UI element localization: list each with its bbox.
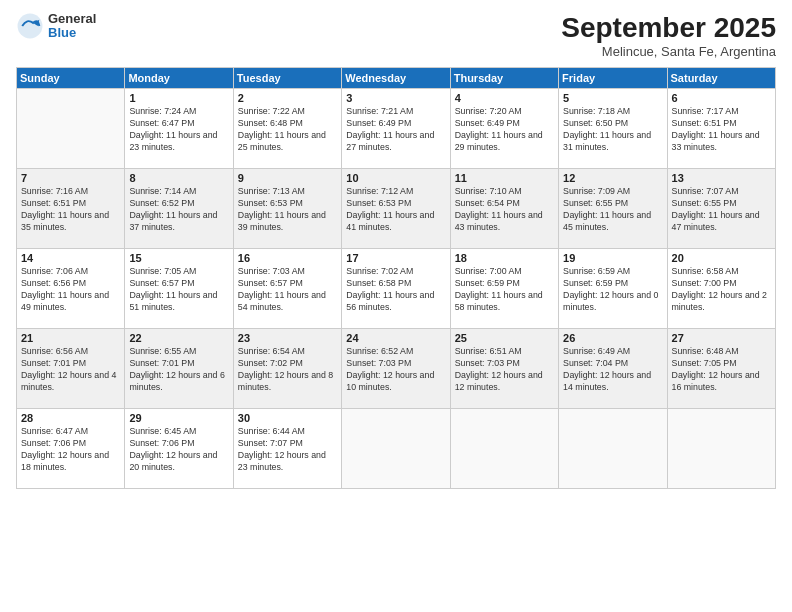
table-row: 2Sunrise: 7:22 AMSunset: 6:48 PMDaylight…: [233, 89, 341, 169]
header: General Blue September 2025 Melincue, Sa…: [16, 12, 776, 59]
table-row: 28Sunrise: 6:47 AMSunset: 7:06 PMDayligh…: [17, 409, 125, 489]
table-row: 14Sunrise: 7:06 AMSunset: 6:56 PMDayligh…: [17, 249, 125, 329]
table-row: 10Sunrise: 7:12 AMSunset: 6:53 PMDayligh…: [342, 169, 450, 249]
table-row: 5Sunrise: 7:18 AMSunset: 6:50 PMDaylight…: [559, 89, 667, 169]
cell-content: Sunrise: 6:55 AMSunset: 7:01 PMDaylight:…: [129, 346, 228, 394]
day-number: 6: [672, 92, 771, 104]
table-row: 13Sunrise: 7:07 AMSunset: 6:55 PMDayligh…: [667, 169, 775, 249]
cell-content: Sunrise: 7:22 AMSunset: 6:48 PMDaylight:…: [238, 106, 337, 154]
day-number: 9: [238, 172, 337, 184]
header-row: Sunday Monday Tuesday Wednesday Thursday…: [17, 68, 776, 89]
table-row: 16Sunrise: 7:03 AMSunset: 6:57 PMDayligh…: [233, 249, 341, 329]
cell-content: Sunrise: 7:14 AMSunset: 6:52 PMDaylight:…: [129, 186, 228, 234]
col-thursday: Thursday: [450, 68, 558, 89]
day-number: 16: [238, 252, 337, 264]
cell-content: Sunrise: 6:44 AMSunset: 7:07 PMDaylight:…: [238, 426, 337, 474]
day-number: 24: [346, 332, 445, 344]
table-row: [667, 409, 775, 489]
cell-content: Sunrise: 6:54 AMSunset: 7:02 PMDaylight:…: [238, 346, 337, 394]
table-row: 23Sunrise: 6:54 AMSunset: 7:02 PMDayligh…: [233, 329, 341, 409]
day-number: 7: [21, 172, 120, 184]
cell-content: Sunrise: 7:07 AMSunset: 6:55 PMDaylight:…: [672, 186, 771, 234]
day-number: 21: [21, 332, 120, 344]
calendar-table: Sunday Monday Tuesday Wednesday Thursday…: [16, 67, 776, 489]
cell-content: Sunrise: 7:09 AMSunset: 6:55 PMDaylight:…: [563, 186, 662, 234]
cell-content: Sunrise: 6:56 AMSunset: 7:01 PMDaylight:…: [21, 346, 120, 394]
cell-content: Sunrise: 7:10 AMSunset: 6:54 PMDaylight:…: [455, 186, 554, 234]
calendar-body: 1Sunrise: 7:24 AMSunset: 6:47 PMDaylight…: [17, 89, 776, 489]
table-row: 3Sunrise: 7:21 AMSunset: 6:49 PMDaylight…: [342, 89, 450, 169]
cell-content: Sunrise: 7:21 AMSunset: 6:49 PMDaylight:…: [346, 106, 445, 154]
table-row: 22Sunrise: 6:55 AMSunset: 7:01 PMDayligh…: [125, 329, 233, 409]
day-number: 17: [346, 252, 445, 264]
day-number: 30: [238, 412, 337, 424]
cell-content: Sunrise: 7:00 AMSunset: 6:59 PMDaylight:…: [455, 266, 554, 314]
day-number: 26: [563, 332, 662, 344]
cell-content: Sunrise: 7:06 AMSunset: 6:56 PMDaylight:…: [21, 266, 120, 314]
day-number: 10: [346, 172, 445, 184]
calendar-week-1: 1Sunrise: 7:24 AMSunset: 6:47 PMDaylight…: [17, 89, 776, 169]
table-row: 19Sunrise: 6:59 AMSunset: 6:59 PMDayligh…: [559, 249, 667, 329]
logo-blue: Blue: [48, 26, 96, 40]
table-row: 6Sunrise: 7:17 AMSunset: 6:51 PMDaylight…: [667, 89, 775, 169]
cell-content: Sunrise: 7:16 AMSunset: 6:51 PMDaylight:…: [21, 186, 120, 234]
col-sunday: Sunday: [17, 68, 125, 89]
cell-content: Sunrise: 6:49 AMSunset: 7:04 PMDaylight:…: [563, 346, 662, 394]
table-row: 20Sunrise: 6:58 AMSunset: 7:00 PMDayligh…: [667, 249, 775, 329]
day-number: 29: [129, 412, 228, 424]
table-row: [342, 409, 450, 489]
day-number: 25: [455, 332, 554, 344]
day-number: 18: [455, 252, 554, 264]
cell-content: Sunrise: 7:24 AMSunset: 6:47 PMDaylight:…: [129, 106, 228, 154]
day-number: 2: [238, 92, 337, 104]
cell-content: Sunrise: 7:05 AMSunset: 6:57 PMDaylight:…: [129, 266, 228, 314]
day-number: 23: [238, 332, 337, 344]
col-monday: Monday: [125, 68, 233, 89]
cell-content: Sunrise: 7:13 AMSunset: 6:53 PMDaylight:…: [238, 186, 337, 234]
table-row: 8Sunrise: 7:14 AMSunset: 6:52 PMDaylight…: [125, 169, 233, 249]
cell-content: Sunrise: 7:18 AMSunset: 6:50 PMDaylight:…: [563, 106, 662, 154]
table-row: 12Sunrise: 7:09 AMSunset: 6:55 PMDayligh…: [559, 169, 667, 249]
calendar-week-2: 7Sunrise: 7:16 AMSunset: 6:51 PMDaylight…: [17, 169, 776, 249]
cell-content: Sunrise: 6:59 AMSunset: 6:59 PMDaylight:…: [563, 266, 662, 314]
subtitle: Melincue, Santa Fe, Argentina: [561, 44, 776, 59]
day-number: 4: [455, 92, 554, 104]
table-row: 29Sunrise: 6:45 AMSunset: 7:06 PMDayligh…: [125, 409, 233, 489]
col-friday: Friday: [559, 68, 667, 89]
col-saturday: Saturday: [667, 68, 775, 89]
day-number: 28: [21, 412, 120, 424]
cell-content: Sunrise: 6:51 AMSunset: 7:03 PMDaylight:…: [455, 346, 554, 394]
col-tuesday: Tuesday: [233, 68, 341, 89]
table-row: 24Sunrise: 6:52 AMSunset: 7:03 PMDayligh…: [342, 329, 450, 409]
table-row: 4Sunrise: 7:20 AMSunset: 6:49 PMDaylight…: [450, 89, 558, 169]
table-row: [450, 409, 558, 489]
table-row: 1Sunrise: 7:24 AMSunset: 6:47 PMDaylight…: [125, 89, 233, 169]
cell-content: Sunrise: 6:45 AMSunset: 7:06 PMDaylight:…: [129, 426, 228, 474]
day-number: 14: [21, 252, 120, 264]
table-row: 30Sunrise: 6:44 AMSunset: 7:07 PMDayligh…: [233, 409, 341, 489]
calendar-header: Sunday Monday Tuesday Wednesday Thursday…: [17, 68, 776, 89]
cell-content: Sunrise: 7:17 AMSunset: 6:51 PMDaylight:…: [672, 106, 771, 154]
table-row: 11Sunrise: 7:10 AMSunset: 6:54 PMDayligh…: [450, 169, 558, 249]
day-number: 15: [129, 252, 228, 264]
table-row: 21Sunrise: 6:56 AMSunset: 7:01 PMDayligh…: [17, 329, 125, 409]
calendar-week-5: 28Sunrise: 6:47 AMSunset: 7:06 PMDayligh…: [17, 409, 776, 489]
table-row: [17, 89, 125, 169]
day-number: 3: [346, 92, 445, 104]
table-row: 26Sunrise: 6:49 AMSunset: 7:04 PMDayligh…: [559, 329, 667, 409]
cell-content: Sunrise: 7:03 AMSunset: 6:57 PMDaylight:…: [238, 266, 337, 314]
table-row: 27Sunrise: 6:48 AMSunset: 7:05 PMDayligh…: [667, 329, 775, 409]
day-number: 8: [129, 172, 228, 184]
table-row: 25Sunrise: 6:51 AMSunset: 7:03 PMDayligh…: [450, 329, 558, 409]
calendar-week-4: 21Sunrise: 6:56 AMSunset: 7:01 PMDayligh…: [17, 329, 776, 409]
cell-content: Sunrise: 6:52 AMSunset: 7:03 PMDaylight:…: [346, 346, 445, 394]
title-area: September 2025 Melincue, Santa Fe, Argen…: [561, 12, 776, 59]
logo-general: General: [48, 12, 96, 26]
col-wednesday: Wednesday: [342, 68, 450, 89]
table-row: 7Sunrise: 7:16 AMSunset: 6:51 PMDaylight…: [17, 169, 125, 249]
table-row: 9Sunrise: 7:13 AMSunset: 6:53 PMDaylight…: [233, 169, 341, 249]
cell-content: Sunrise: 6:48 AMSunset: 7:05 PMDaylight:…: [672, 346, 771, 394]
day-number: 19: [563, 252, 662, 264]
calendar-week-3: 14Sunrise: 7:06 AMSunset: 6:56 PMDayligh…: [17, 249, 776, 329]
logo: General Blue: [16, 12, 96, 41]
